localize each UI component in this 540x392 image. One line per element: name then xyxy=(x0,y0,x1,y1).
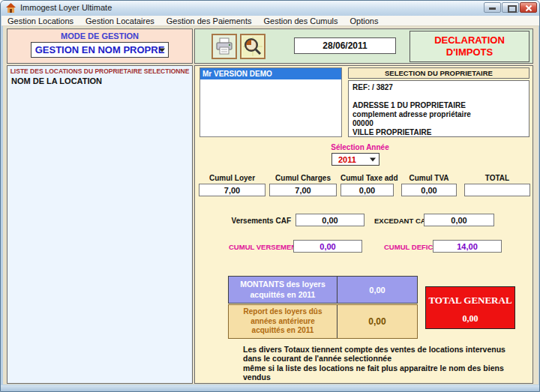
preview-button[interactable] xyxy=(240,34,266,59)
window-title: Immogest Loyer Ultimate xyxy=(20,3,112,12)
total-label: TOTAL xyxy=(464,174,530,184)
locations-list-title: LISTE DES LOCATIONS DU PROPRIETAIRE SELE… xyxy=(8,67,192,75)
menu-gestion-paiements[interactable]: Gestion des Paiements xyxy=(160,16,258,25)
cumul-taxe-label: Cumul Taxe add xyxy=(340,174,394,184)
owner-address-line4: VILLE PROPRIETAIRE xyxy=(352,128,525,137)
owner-address-line1: ADRESSE 1 DU PROPRIETAIRE xyxy=(352,101,525,110)
cumul-tva-column: Cumul TVA 0,00 xyxy=(401,174,457,196)
menubar: Gestion Locations Gestion Locataires Ges… xyxy=(2,16,540,26)
print-button[interactable] xyxy=(212,34,237,59)
window-controls xyxy=(483,2,537,13)
versements-caf-label: Versements CAF xyxy=(216,217,291,225)
total-general-value: 0,00 xyxy=(426,313,514,325)
menu-gestion-cumuls[interactable]: Gestion des Cumuls xyxy=(258,16,344,25)
cumul-loyer-column: Cumul Loyer 7,00 xyxy=(199,174,266,196)
mode-label: MODE DE GESTION xyxy=(8,31,192,40)
montants-acquittes-box: MONTANTS des loyers acquittés en 2011 0,… xyxy=(228,276,418,304)
window-bottom-frame xyxy=(1,385,540,392)
header-panel: 28/06/2011 DECLARATION D'IMPOTS xyxy=(194,28,533,64)
cumul-deficit-field[interactable]: 14,00 xyxy=(433,240,502,253)
magnifier-icon xyxy=(243,37,262,56)
cumul-taxe-field[interactable]: 0,00 xyxy=(340,184,394,196)
menu-options[interactable]: Options xyxy=(344,16,385,25)
owner-selection-title: SELECTION DU PROPRIETAIRE xyxy=(348,67,530,79)
printer-icon xyxy=(214,37,234,56)
cumul-loyer-label: Cumul Loyer xyxy=(199,174,266,184)
cumul-charges-field[interactable]: 7,00 xyxy=(269,184,337,196)
owner-address-line3: 00000 xyxy=(352,119,525,128)
owner-info-spacer xyxy=(352,92,525,101)
totals-note: Les divers Totaux tiennent compte des ve… xyxy=(243,345,534,382)
menu-gestion-locations[interactable]: Gestion Locations xyxy=(2,16,80,25)
declaration-line1: DECLARATION xyxy=(434,34,505,46)
report-loyers-value: 0,00 xyxy=(338,305,417,338)
mode-dropdown-value: GESTION EN NOM PROPRE xyxy=(35,44,165,55)
current-date-field[interactable]: 28/06/2011 xyxy=(294,37,396,54)
cumul-loyer-field[interactable]: 7,00 xyxy=(199,184,266,196)
close-button[interactable] xyxy=(520,2,537,13)
total-general-label: TOTAL GENERAL xyxy=(426,295,514,307)
excedant-caf-label: EXCEDANT CAF xyxy=(374,217,430,225)
montants-acquittes-value: 0,00 xyxy=(338,277,417,303)
declaration-line2: D'IMPOTS xyxy=(446,46,493,58)
current-date: 28/06/2011 xyxy=(322,40,367,51)
form-content: MODE DE GESTION GESTION EN NOM PROPRE xyxy=(3,26,538,385)
total-field[interactable] xyxy=(464,184,530,196)
chevron-down-icon xyxy=(159,48,165,52)
app-window: Immogest Loyer Ultimate Gestion Location… xyxy=(0,0,540,392)
maximize-button[interactable] xyxy=(502,2,519,13)
owner-address-line2: complement adresse propriétaire xyxy=(352,110,525,119)
excedant-caf-field[interactable]: 0,00 xyxy=(424,214,494,226)
versements-caf-field[interactable]: 0,00 xyxy=(296,214,364,226)
owner-info-box: REF: / 3827 ADRESSE 1 DU PROPRIETAIRE co… xyxy=(348,80,530,137)
cumul-tva-label: Cumul TVA xyxy=(401,174,457,184)
titlebar: Immogest Loyer Ultimate xyxy=(1,1,540,16)
year-dropdown-value: 2011 xyxy=(338,155,356,164)
cumul-versement-label: CUMUL VERSEMENT xyxy=(229,243,301,251)
year-select-label: Sélection Année xyxy=(308,143,412,151)
menu-gestion-locataires[interactable]: Gestion Locataires xyxy=(80,16,160,25)
minimize-button[interactable] xyxy=(484,2,501,13)
locations-panel[interactable]: LISTE DES LOCATIONS DU PROPRIETAIRE SELE… xyxy=(7,65,193,384)
cumul-charges-column: Cumul Charges 7,00 xyxy=(269,174,337,196)
cumul-charges-label: Cumul Charges xyxy=(269,174,337,184)
owner-ref: REF: / 3827 xyxy=(352,83,525,92)
cumul-taxe-column: Cumul Taxe add 0,00 xyxy=(340,174,394,196)
owner-listbox[interactable]: Mr VERSION DEMO xyxy=(200,67,342,137)
montants-acquittes-label: MONTANTS des loyers acquittés en 2011 xyxy=(229,277,338,303)
location-list-item[interactable]: NOM DE LA LOCATION xyxy=(11,76,192,85)
mode-panel: MODE DE GESTION GESTION EN NOM PROPRE xyxy=(7,28,193,64)
total-column: TOTAL xyxy=(464,174,530,196)
owner-list-selected-item[interactable]: Mr VERSION DEMO xyxy=(200,68,341,79)
cumul-deficit-label: CUMUL DEFICIT xyxy=(384,243,440,251)
report-loyers-box: Report des loyers dûs années antérieure … xyxy=(228,304,418,339)
cumul-versement-field[interactable]: 0,00 xyxy=(293,240,362,253)
total-general-box: TOTAL GENERAL 0,00 xyxy=(425,286,515,329)
app-home-icon xyxy=(6,3,16,13)
main-panel: Mr VERSION DEMO SELECTION DU PROPRIETAIR… xyxy=(194,65,533,384)
year-dropdown[interactable]: 2011 xyxy=(332,153,380,166)
report-loyers-label: Report des loyers dûs années antérieure … xyxy=(229,305,338,338)
chevron-down-icon xyxy=(370,157,376,161)
cumul-tva-field[interactable]: 0,00 xyxy=(401,184,457,196)
mode-dropdown[interactable]: GESTION EN NOM PROPRE xyxy=(31,42,169,58)
declaration-impots-banner: DECLARATION D'IMPOTS xyxy=(410,31,530,62)
